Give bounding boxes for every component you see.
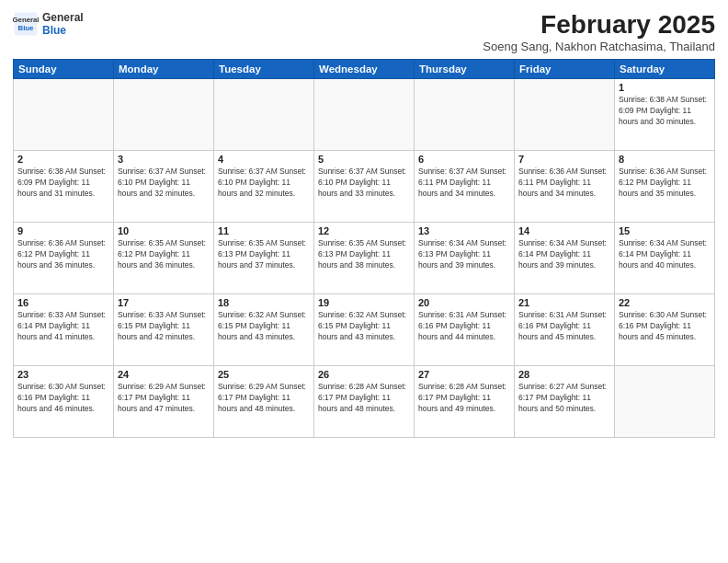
day-info: Sunrise: 6:34 AM Sunset: 6:14 PM Dayligh… bbox=[518, 237, 610, 271]
day-number: 20 bbox=[418, 297, 510, 308]
weekday-header-saturday: Saturday bbox=[615, 59, 715, 78]
calendar-cell bbox=[415, 78, 515, 150]
calendar-cell: 4Sunrise: 6:37 AM Sunset: 6:10 PM Daylig… bbox=[214, 150, 314, 222]
day-info: Sunrise: 6:35 AM Sunset: 6:12 PM Dayligh… bbox=[118, 237, 210, 271]
day-number: 15 bbox=[619, 225, 711, 236]
day-info: Sunrise: 6:38 AM Sunset: 6:09 PM Dayligh… bbox=[17, 166, 109, 200]
title-block: February 2025 Soeng Sang, Nakhon Ratchas… bbox=[483, 11, 715, 53]
day-info: Sunrise: 6:31 AM Sunset: 6:16 PM Dayligh… bbox=[518, 309, 610, 343]
day-number: 7 bbox=[518, 154, 610, 165]
weekday-header-friday: Friday bbox=[515, 59, 615, 78]
day-number: 10 bbox=[118, 225, 210, 236]
calendar-cell: 1Sunrise: 6:38 AM Sunset: 6:09 PM Daylig… bbox=[615, 78, 715, 150]
day-info: Sunrise: 6:30 AM Sunset: 6:16 PM Dayligh… bbox=[17, 381, 109, 415]
day-info: Sunrise: 6:29 AM Sunset: 6:17 PM Dayligh… bbox=[218, 381, 310, 415]
day-number: 28 bbox=[518, 369, 610, 380]
logo-blue: Blue bbox=[42, 24, 84, 37]
calendar-cell: 27Sunrise: 6:28 AM Sunset: 6:17 PM Dayli… bbox=[415, 365, 515, 437]
day-number: 16 bbox=[17, 297, 109, 308]
day-info: Sunrise: 6:32 AM Sunset: 6:15 PM Dayligh… bbox=[318, 309, 410, 343]
day-number: 27 bbox=[418, 369, 510, 380]
day-info: Sunrise: 6:34 AM Sunset: 6:14 PM Dayligh… bbox=[619, 237, 711, 271]
calendar-cell: 13Sunrise: 6:34 AM Sunset: 6:13 PM Dayli… bbox=[415, 222, 515, 293]
calendar-cell: 8Sunrise: 6:36 AM Sunset: 6:12 PM Daylig… bbox=[615, 150, 715, 222]
day-number: 23 bbox=[17, 369, 109, 380]
day-number: 11 bbox=[218, 225, 310, 236]
day-info: Sunrise: 6:28 AM Sunset: 6:17 PM Dayligh… bbox=[418, 381, 510, 415]
day-info: Sunrise: 6:29 AM Sunset: 6:17 PM Dayligh… bbox=[118, 381, 210, 415]
weekday-header-wednesday: Wednesday bbox=[314, 59, 415, 78]
day-number: 6 bbox=[418, 154, 510, 165]
day-info: Sunrise: 6:33 AM Sunset: 6:15 PM Dayligh… bbox=[118, 309, 210, 343]
day-number: 26 bbox=[318, 369, 410, 380]
calendar-subtitle: Soeng Sang, Nakhon Ratchasima, Thailand bbox=[483, 40, 715, 53]
calendar-cell: 28Sunrise: 6:27 AM Sunset: 6:17 PM Dayli… bbox=[515, 365, 615, 437]
calendar-header: SundayMondayTuesdayWednesdayThursdayFrid… bbox=[14, 59, 715, 78]
day-number: 3 bbox=[118, 154, 210, 165]
weekday-header-monday: Monday bbox=[114, 59, 214, 78]
page: General Blue General Blue February 2025 … bbox=[0, 0, 728, 563]
calendar-cell: 25Sunrise: 6:29 AM Sunset: 6:17 PM Dayli… bbox=[214, 365, 314, 437]
calendar-cell: 17Sunrise: 6:33 AM Sunset: 6:15 PM Dayli… bbox=[114, 293, 214, 365]
day-info: Sunrise: 6:31 AM Sunset: 6:16 PM Dayligh… bbox=[418, 309, 510, 343]
day-number: 24 bbox=[118, 369, 210, 380]
header: General Blue General Blue February 2025 … bbox=[13, 11, 715, 53]
calendar-cell: 3Sunrise: 6:37 AM Sunset: 6:10 PM Daylig… bbox=[114, 150, 214, 222]
calendar-title: February 2025 bbox=[483, 11, 715, 40]
week-row-2: 2Sunrise: 6:38 AM Sunset: 6:09 PM Daylig… bbox=[14, 150, 715, 222]
day-number: 18 bbox=[218, 297, 310, 308]
day-number: 14 bbox=[518, 225, 610, 236]
calendar-cell: 18Sunrise: 6:32 AM Sunset: 6:15 PM Dayli… bbox=[214, 293, 314, 365]
day-info: Sunrise: 6:35 AM Sunset: 6:13 PM Dayligh… bbox=[318, 237, 410, 271]
calendar-cell bbox=[114, 78, 214, 150]
day-info: Sunrise: 6:28 AM Sunset: 6:17 PM Dayligh… bbox=[318, 381, 410, 415]
day-number: 4 bbox=[218, 154, 310, 165]
calendar-cell bbox=[214, 78, 314, 150]
calendar-cell: 7Sunrise: 6:36 AM Sunset: 6:11 PM Daylig… bbox=[515, 150, 615, 222]
day-number: 2 bbox=[17, 154, 109, 165]
calendar-cell: 16Sunrise: 6:33 AM Sunset: 6:14 PM Dayli… bbox=[14, 293, 114, 365]
calendar-cell: 5Sunrise: 6:37 AM Sunset: 6:10 PM Daylig… bbox=[314, 150, 415, 222]
calendar-table: SundayMondayTuesdayWednesdayThursdayFrid… bbox=[13, 59, 715, 438]
day-number: 12 bbox=[318, 225, 410, 236]
week-row-1: 1Sunrise: 6:38 AM Sunset: 6:09 PM Daylig… bbox=[14, 78, 715, 150]
day-info: Sunrise: 6:36 AM Sunset: 6:12 PM Dayligh… bbox=[619, 166, 711, 200]
svg-text:Blue: Blue bbox=[18, 24, 35, 32]
calendar-cell bbox=[615, 365, 715, 437]
day-info: Sunrise: 6:37 AM Sunset: 6:10 PM Dayligh… bbox=[318, 166, 410, 200]
calendar-body: 1Sunrise: 6:38 AM Sunset: 6:09 PM Daylig… bbox=[14, 78, 715, 437]
logo: General Blue General Blue bbox=[13, 11, 84, 38]
calendar-cell: 23Sunrise: 6:30 AM Sunset: 6:16 PM Dayli… bbox=[14, 365, 114, 437]
calendar-cell: 12Sunrise: 6:35 AM Sunset: 6:13 PM Dayli… bbox=[314, 222, 415, 293]
day-info: Sunrise: 6:27 AM Sunset: 6:17 PM Dayligh… bbox=[518, 381, 610, 415]
day-number: 19 bbox=[318, 297, 410, 308]
calendar-cell: 2Sunrise: 6:38 AM Sunset: 6:09 PM Daylig… bbox=[14, 150, 114, 222]
day-number: 17 bbox=[118, 297, 210, 308]
calendar-cell: 11Sunrise: 6:35 AM Sunset: 6:13 PM Dayli… bbox=[214, 222, 314, 293]
calendar-cell: 20Sunrise: 6:31 AM Sunset: 6:16 PM Dayli… bbox=[415, 293, 515, 365]
day-number: 22 bbox=[619, 297, 711, 308]
day-number: 21 bbox=[518, 297, 610, 308]
day-info: Sunrise: 6:35 AM Sunset: 6:13 PM Dayligh… bbox=[218, 237, 310, 271]
weekday-header-row: SundayMondayTuesdayWednesdayThursdayFrid… bbox=[14, 59, 715, 78]
day-info: Sunrise: 6:34 AM Sunset: 6:13 PM Dayligh… bbox=[418, 237, 510, 271]
day-info: Sunrise: 6:36 AM Sunset: 6:11 PM Dayligh… bbox=[518, 166, 610, 200]
day-info: Sunrise: 6:37 AM Sunset: 6:10 PM Dayligh… bbox=[118, 166, 210, 200]
day-info: Sunrise: 6:32 AM Sunset: 6:15 PM Dayligh… bbox=[218, 309, 310, 343]
week-row-3: 9Sunrise: 6:36 AM Sunset: 6:12 PM Daylig… bbox=[14, 222, 715, 293]
calendar-cell: 19Sunrise: 6:32 AM Sunset: 6:15 PM Dayli… bbox=[314, 293, 415, 365]
week-row-5: 23Sunrise: 6:30 AM Sunset: 6:16 PM Dayli… bbox=[14, 365, 715, 437]
calendar-cell: 14Sunrise: 6:34 AM Sunset: 6:14 PM Dayli… bbox=[515, 222, 615, 293]
day-info: Sunrise: 6:36 AM Sunset: 6:12 PM Dayligh… bbox=[17, 237, 109, 271]
calendar-cell bbox=[14, 78, 114, 150]
calendar-cell bbox=[314, 78, 415, 150]
week-row-4: 16Sunrise: 6:33 AM Sunset: 6:14 PM Dayli… bbox=[14, 293, 715, 365]
calendar-cell: 26Sunrise: 6:28 AM Sunset: 6:17 PM Dayli… bbox=[314, 365, 415, 437]
weekday-header-tuesday: Tuesday bbox=[214, 59, 314, 78]
calendar-cell: 22Sunrise: 6:30 AM Sunset: 6:16 PM Dayli… bbox=[615, 293, 715, 365]
logo-icon: General Blue bbox=[13, 11, 39, 37]
weekday-header-sunday: Sunday bbox=[14, 59, 114, 78]
day-number: 9 bbox=[17, 225, 109, 236]
svg-text:General: General bbox=[13, 17, 39, 25]
logo-general: General bbox=[42, 11, 84, 24]
